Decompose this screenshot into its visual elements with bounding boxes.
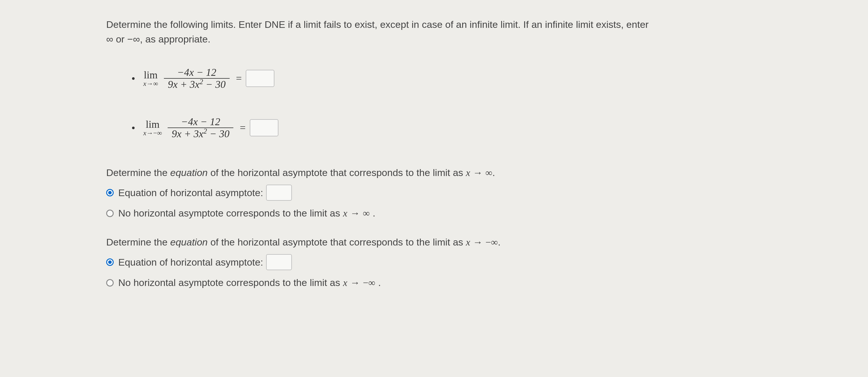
q1-prompt-em: equation <box>170 167 208 178</box>
q2-option-1-label: Equation of horizontal asymptote: <box>118 254 292 270</box>
instructions-text: Determine the following limits. Enter DN… <box>106 17 652 47</box>
q1-radio-equation[interactable] <box>106 189 114 196</box>
q1-option-2-row: No horizontal asymptote corresponds to t… <box>106 206 738 221</box>
q1-prompt-b: of the horizontal asymptote that corresp… <box>208 167 466 178</box>
q1-asymptote-input[interactable] <box>266 185 292 201</box>
approach-arrow: → <box>146 129 153 137</box>
q2-option-2-row: No horizontal asymptote corresponds to t… <box>106 276 738 290</box>
numerator: −4x − 12 <box>173 67 220 78</box>
limit-1-answer-input[interactable] <box>246 70 274 87</box>
denom-exp: 2 <box>204 127 207 135</box>
q1-math-x: x <box>466 167 470 178</box>
q2-asymptote-input[interactable] <box>266 254 292 270</box>
q1-opt2-a: No horizontal asymptote corresponds to t… <box>118 206 340 221</box>
lim-approach: x→−∞ <box>143 129 162 136</box>
question-block-1: Determine the equation of the horizontal… <box>106 165 738 221</box>
q2-arrow: → <box>470 237 485 248</box>
limits-list: lim x→∞ −4x − 12 9x + 3x2 − 30 = lim x→−… <box>132 67 868 140</box>
lim-text: lim <box>146 119 160 129</box>
limit-2-answer-input[interactable] <box>250 119 278 136</box>
q2-prompt-b: of the horizontal asymptote that corresp… <box>208 237 466 248</box>
q2-opt2-period: . <box>378 276 381 290</box>
limit-expression-1: lim x→∞ −4x − 12 9x + 3x2 − 30 = <box>143 67 246 90</box>
q1-opt1-text: Equation of horizontal asymptote: <box>118 185 263 200</box>
q1-option-1-row: Equation of horizontal asymptote: <box>106 185 738 201</box>
q2-option-1-row: Equation of horizontal asymptote: <box>106 254 738 270</box>
q1-opt2-target: ∞ <box>363 206 370 221</box>
q1-target: ∞ <box>485 167 492 178</box>
denom-a: 9x + 3x <box>172 128 203 140</box>
question-2-prompt: Determine the equation of the horizontal… <box>106 235 738 250</box>
q2-opt1-text: Equation of horizontal asymptote: <box>118 255 263 270</box>
numerator: −4x − 12 <box>177 116 224 127</box>
bullet-icon <box>132 127 135 129</box>
q2-prompt-em: equation <box>170 237 208 248</box>
lim-operator: lim x→∞ <box>143 70 158 87</box>
equals-sign: = <box>236 70 242 86</box>
denom-b: − 30 <box>207 128 229 140</box>
q2-option-2-label: No horizontal asymptote corresponds to t… <box>118 276 381 290</box>
q2-period: . <box>498 237 500 248</box>
q1-opt2-period: . <box>373 206 375 221</box>
lim-text: lim <box>144 70 158 80</box>
lim-operator: lim x→−∞ <box>143 119 162 136</box>
denom-b: − 30 <box>203 79 226 90</box>
q1-period: . <box>492 167 495 178</box>
lim-approach: x→∞ <box>143 80 158 87</box>
q1-opt2-arrow: → <box>350 206 360 221</box>
q2-opt2-target: −∞ <box>363 276 375 290</box>
fraction-2: −4x − 12 9x + 3x2 − 30 <box>167 116 234 140</box>
q1-radio-none[interactable] <box>106 210 114 217</box>
q1-prompt-a: Determine the <box>106 167 170 178</box>
equals-sign: = <box>240 120 245 136</box>
q2-radio-equation[interactable] <box>106 258 114 266</box>
q1-opt2-x: x <box>343 206 347 221</box>
q1-option-1-label: Equation of horizontal asymptote: <box>118 185 292 201</box>
q2-prompt-a: Determine the <box>106 237 170 248</box>
q2-opt2-a: No horizontal asymptote corresponds to t… <box>118 276 340 290</box>
q2-target: −∞ <box>485 237 498 248</box>
q2-math-x: x <box>466 237 470 248</box>
question-1-prompt: Determine the equation of the horizontal… <box>106 165 738 180</box>
question-block-2: Determine the equation of the horizontal… <box>106 235 738 290</box>
limit-item-1: lim x→∞ −4x − 12 9x + 3x2 − 30 = <box>132 67 868 90</box>
limit-item-2: lim x→−∞ −4x − 12 9x + 3x2 − 30 = <box>132 116 868 140</box>
approach-target: ∞ <box>153 80 158 87</box>
q1-option-2-label: No horizontal asymptote corresponds to t… <box>118 206 375 221</box>
approach-arrow: → <box>146 80 153 87</box>
bullet-icon <box>132 77 135 80</box>
limit-expression-2: lim x→−∞ −4x − 12 9x + 3x2 − 30 = <box>143 116 250 140</box>
approach-var: x <box>143 80 146 87</box>
q2-radio-none[interactable] <box>106 279 114 287</box>
fraction-1: −4x − 12 9x + 3x2 − 30 <box>164 67 229 90</box>
denominator: 9x + 3x2 − 30 <box>164 79 229 90</box>
q2-opt2-arrow: → <box>350 276 360 290</box>
q1-arrow: → <box>470 167 485 178</box>
q2-opt2-x: x <box>343 276 347 290</box>
numerator-text: −4x − 12 <box>181 116 220 127</box>
denom-a: 9x + 3x <box>168 79 199 90</box>
denominator: 9x + 3x2 − 30 <box>167 128 234 140</box>
approach-target: −∞ <box>153 129 162 137</box>
approach-var: x <box>143 129 146 137</box>
numerator-text: −4x − 12 <box>177 67 216 78</box>
denom-exp: 2 <box>199 78 203 86</box>
